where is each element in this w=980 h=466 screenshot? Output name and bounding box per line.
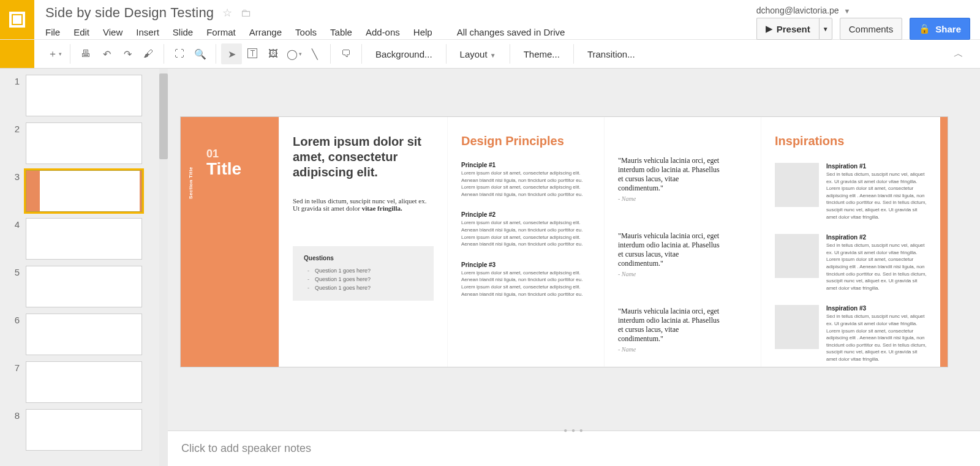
textbox-icon[interactable]: 🅃 [242,43,263,64]
layout-label: Layout [460,49,488,59]
line-icon[interactable]: ╲ [304,43,325,64]
intro-body-bold: vitae fringilla. [362,205,402,212]
paint-format-icon[interactable]: 🖌 [138,43,159,64]
inspirations-heading: Inspirations [775,134,927,148]
inspiration-thumb [775,234,819,278]
slide-thumbnails: 12345678 [0,69,159,466]
account-menu[interactable]: dchong@lavictoria.pe ▼ [756,0,970,15]
menu-view[interactable]: View [103,27,123,37]
thumb-row[interactable]: 6 [11,314,159,355]
menu-edit[interactable]: Edit [74,27,89,37]
caret-down-icon: ▼ [490,52,496,59]
lock-icon: 🔒 [919,23,930,34]
share-button[interactable]: 🔒 Share [910,18,970,40]
menu-arrange[interactable]: Arrange [249,27,282,37]
speaker-notes[interactable]: ● ● ● Click to add speaker notes [168,430,980,466]
thumb-row[interactable]: 2 [11,122,159,164]
quote-text: "Mauris vehicula lacinia orci, eget inte… [618,156,722,193]
thumb-row[interactable]: 7 [11,361,159,403]
doc-title[interactable]: Side by side Design Testing [45,5,214,21]
comments-button[interactable]: Comments [840,18,903,40]
thumb-row[interactable]: 5 [11,266,159,307]
quote-item: "Mauris vehicula lacinia orci, eget inte… [618,307,722,353]
quote-attrib: - Name [618,346,722,353]
caret-down-icon: ▼ [823,26,829,32]
workspace: 12345678 Section Title 01 Title Lorem ip… [0,69,980,466]
toolbar: ＋ 🖶 ↶ ↷ 🖌 ⛶ 🔍 ➤ 🅃 🖼 ◯ ╲ 🗨 Background... … [0,39,980,69]
question-item: Question 1 goes here? [315,266,423,275]
redo-icon[interactable]: ↷ [117,43,138,64]
quote-text: "Mauris vehicula lacinia orci, eget inte… [618,307,722,344]
inspiration-desc: Sed in tellus dictum, suscipit nunc vel,… [826,313,927,363]
slide-thumbnail[interactable] [26,170,142,212]
principle-title: Principle #2 [461,211,590,218]
slide-thumbnail[interactable] [26,314,142,355]
slide-thumbnail[interactable] [26,75,142,116]
transition-button[interactable]: Transition... [579,49,644,59]
notes-drag-handle[interactable]: ● ● ● [564,427,584,434]
share-label: Share [935,24,961,34]
thumb-row[interactable]: 3 [11,170,159,212]
slide-right-accent [940,117,948,367]
quote-text: "Mauris vehicula lacinia orci, eget inte… [618,231,722,268]
slide-thumbnail[interactable] [26,409,142,451]
principles-heading: Design Principles [461,134,590,148]
inspiration-thumb [775,163,819,207]
slide-thumbnail[interactable] [26,218,142,260]
account-email: dchong@lavictoria.pe [756,6,839,15]
principle-item: Principle #1Lorem ipsum dolor sit amet, … [461,162,590,198]
present-dropdown[interactable]: ▼ [819,18,832,40]
slides-logo[interactable] [0,0,34,39]
present-button[interactable]: ▶ Present [756,18,819,40]
slide-canvas[interactable]: Section Title 01 Title Lorem ipsum dolor… [180,116,948,367]
zoom-icon[interactable]: 🔍 [190,43,211,64]
slide-title: Title [206,160,270,178]
principle-item: Principle #3Lorem ipsum dolor sit amet, … [461,261,590,298]
folder-icon[interactable]: 🗀 [241,7,252,20]
thumb-row[interactable]: 1 [11,75,159,116]
thumb-row[interactable]: 8 [11,409,159,451]
menu-help[interactable]: Help [413,27,432,37]
slide-thumbnail[interactable] [26,266,142,307]
undo-icon[interactable]: ↶ [96,43,117,64]
slide-thumbnail[interactable] [26,122,142,164]
menu-file[interactable]: File [45,27,60,37]
slide-thumbnail[interactable] [26,361,142,403]
zoom-fit-icon[interactable]: ⛶ [169,43,190,64]
collapse-toolbar-icon[interactable]: ︿ [948,43,969,64]
question-item: Question 1 goes here? [315,275,423,284]
star-icon[interactable]: ☆ [222,6,232,20]
present-label: Present [777,24,810,34]
thumb-number: 5 [11,266,20,277]
quote-item: "Mauris vehicula lacinia orci, eget inte… [618,231,722,277]
shape-icon[interactable]: ◯ [284,43,304,64]
menu-table[interactable]: Table [330,27,352,37]
menu-addons[interactable]: Add-ons [366,27,400,37]
comment-icon[interactable]: 🗨 [336,43,356,64]
layout-button[interactable]: Layout ▼ [451,49,505,59]
menu-tools[interactable]: Tools [295,27,317,37]
theme-button[interactable]: Theme... [515,49,568,59]
slide-section-bar: Section Title 01 Title [181,117,279,367]
caret-down-icon: ▼ [843,7,850,15]
new-slide-button[interactable]: ＋ [44,43,65,64]
background-button[interactable]: Background... [367,49,441,59]
canvas-area: Section Title 01 Title Lorem ipsum dolor… [168,69,980,466]
thumbs-scrollbar[interactable] [159,69,168,466]
menu-format[interactable]: Format [206,27,236,37]
menu-insert[interactable]: Insert [136,27,159,37]
quote-attrib: - Name [618,271,722,277]
select-tool-icon[interactable]: ➤ [221,43,242,64]
inspiration-item: Inspiration #1Sed in tellus dictum, susc… [775,163,927,220]
image-icon[interactable]: 🖼 [263,43,284,64]
intro-heading: Lorem ipsum dolor sit amet, consectetur … [293,134,434,180]
principle-desc: Lorem ipsum dolor sit amet, consectetur … [461,219,590,247]
intro-body-text: Sed in tellus dictum, suscipit nunc vel,… [293,197,426,212]
inspiration-item: Inspiration #3Sed in tellus dictum, susc… [775,305,927,363]
slide-intro-col: Lorem ipsum dolor sit amet, consectetur … [279,117,447,367]
print-icon[interactable]: 🖶 [75,43,96,64]
menu-slide[interactable]: Slide [173,27,193,37]
thumb-row[interactable]: 4 [11,218,159,260]
slide-inspirations-col: Inspirations Inspiration #1Sed in tellus… [761,117,940,367]
thumb-number: 8 [11,409,20,421]
